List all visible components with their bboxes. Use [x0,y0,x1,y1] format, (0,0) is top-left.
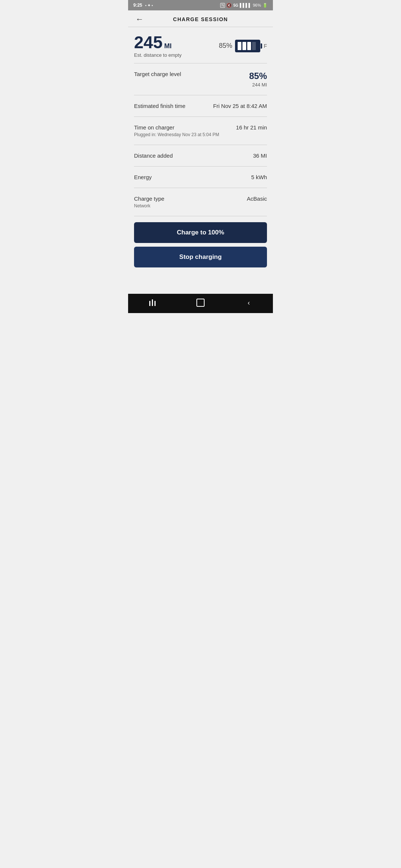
charge-type-sublabel: Network [134,203,164,208]
battery-icon-status: 🔋 [263,3,268,8]
charge-to-100-button[interactable]: Charge to 100% [134,222,267,243]
distance-label: Est. distance to empty [134,52,182,58]
buttons-section: Charge to 100% Stop charging [134,216,267,272]
battery-section: 245 MI Est. distance to empty 85% F [134,27,267,63]
target-charge-value: 85% [249,71,267,81]
charge-type-value: AcBasic [247,195,267,202]
target-charge-label: Target charge level [134,71,181,77]
info-row-finish-time: Estimated finish time Fri Nov 25 at 8:42… [134,95,267,117]
distance-added-label: Distance added [134,152,173,159]
battery-percent: 85% [219,42,232,50]
page-title: CHARGE SESSION [173,16,228,22]
network-icon: 5G [233,3,238,7]
finish-time-value: Fri Nov 25 at 8:42 AM [213,103,267,109]
battery-bar-2 [242,42,246,50]
notification-icons: ▪ ✦ ▪ [145,3,153,7]
battery-icon: F [235,40,267,52]
battery-end-label: F [264,43,267,49]
home-icon [196,299,205,307]
target-charge-subvalue: 244 MI [249,82,267,88]
status-time: 9:25 ▪ ✦ ▪ [133,3,153,8]
status-right-icons: N 🔇 5G ▌▌▌▌ 96% 🔋 [220,3,268,8]
info-row-time-on-charger: Time on charger Plugged in: Wednesday No… [134,117,267,145]
time-display: 9:25 [133,3,142,8]
nfc-icon: N [220,3,225,8]
nav-recent-apps-button[interactable] [146,297,159,308]
battery-right: 85% F [219,40,267,52]
battery-bar-4 [252,42,256,50]
charge-type-label: Charge type [134,195,164,202]
back-nav-icon: ‹ [248,299,250,307]
distance-unit: MI [164,42,172,50]
battery-bar-1 [238,42,241,50]
nav-home-button[interactable] [194,297,207,308]
energy-value: 5 kWh [251,174,267,180]
info-row-charge-type: Charge type Network AcBasic [134,188,267,216]
energy-label: Energy [134,174,152,180]
battery-tip [261,43,262,49]
time-on-charger-value: 16 hr 21 min [236,124,267,131]
distance-value: 245 [134,33,163,52]
info-row-target-charge: Target charge level 85% 244 MI [134,63,267,95]
battery-body [235,40,260,52]
battery-status: 96% [253,3,261,7]
stop-charging-button[interactable]: Stop charging [134,247,267,267]
recent-apps-icon [149,299,156,306]
time-on-charger-label: Time on charger [134,124,219,131]
back-button[interactable]: ← [134,13,145,26]
mute-icon: 🔇 [226,3,232,8]
nav-bar: ‹ [128,294,273,313]
distance-block: 245 MI Est. distance to empty [134,34,182,58]
signal-icon: ▌▌▌▌ [240,3,251,7]
finish-time-label: Estimated finish time [134,103,185,109]
back-icon: ← [136,14,144,24]
time-on-charger-sublabel: Plugged in: Wednesday Nov 23 at 5:04 PM [134,132,219,137]
nav-back-button[interactable]: ‹ [242,297,255,308]
distance-added-value: 36 MI [253,152,267,159]
main-content: 245 MI Est. distance to empty 85% F Targ… [128,27,273,294]
info-row-energy: Energy 5 kWh [134,167,267,188]
header: ← CHARGE SESSION [128,10,273,27]
battery-bar-3 [247,42,251,50]
status-bar: 9:25 ▪ ✦ ▪ N 🔇 5G ▌▌▌▌ 96% 🔋 [128,0,273,10]
info-row-distance-added: Distance added 36 MI [134,145,267,167]
